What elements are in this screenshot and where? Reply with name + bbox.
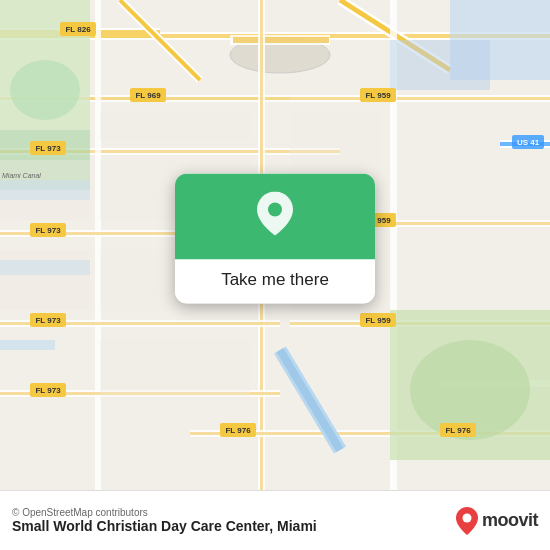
svg-rect-9 <box>233 37 329 43</box>
card-action-section[interactable]: Take me there <box>175 260 375 304</box>
svg-rect-17 <box>290 97 550 100</box>
svg-rect-43 <box>0 340 55 350</box>
svg-text:FL 826: FL 826 <box>65 25 91 34</box>
svg-text:FL 973: FL 973 <box>35 386 61 395</box>
svg-text:FL 973: FL 973 <box>35 226 61 235</box>
take-me-there-button[interactable]: Take me there <box>221 270 329 290</box>
svg-text:FL 976: FL 976 <box>445 426 471 435</box>
moovit-brand-text: moovit <box>482 510 538 531</box>
svg-rect-22 <box>95 0 101 490</box>
svg-rect-55 <box>100 340 250 400</box>
osm-attribution: © OpenStreetMap contributors <box>12 507 317 518</box>
card-green-section <box>175 174 375 260</box>
svg-text:US 41: US 41 <box>517 138 540 147</box>
svg-text:FL 973: FL 973 <box>35 316 61 325</box>
place-name-label: Small World Christian Day Care Center, M… <box>12 518 317 534</box>
svg-rect-52 <box>100 110 250 140</box>
bottom-info-bar: © OpenStreetMap contributors Small World… <box>0 490 550 550</box>
svg-point-85 <box>462 513 471 522</box>
svg-rect-51 <box>0 250 90 310</box>
svg-text:FL 973: FL 973 <box>35 144 61 153</box>
svg-rect-50 <box>0 160 90 220</box>
moovit-logo: moovit <box>456 507 538 535</box>
map-view: FL 826 FL 969 FL 959 FL 973 FL 973 FL 97… <box>0 0 550 490</box>
bottom-left-info: © OpenStreetMap contributors Small World… <box>12 507 317 534</box>
svg-point-84 <box>268 203 282 217</box>
svg-point-40 <box>10 60 80 120</box>
svg-text:Miami Canal: Miami Canal <box>2 172 41 179</box>
svg-rect-49 <box>390 40 490 90</box>
location-pin-icon <box>253 192 297 236</box>
action-card: Take me there <box>175 174 375 304</box>
svg-text:FL 969: FL 969 <box>135 91 161 100</box>
svg-text:FL 959: FL 959 <box>365 91 391 100</box>
svg-text:FL 976: FL 976 <box>225 426 251 435</box>
svg-text:FL 959: FL 959 <box>365 316 391 325</box>
moovit-pin-icon <box>456 507 478 535</box>
